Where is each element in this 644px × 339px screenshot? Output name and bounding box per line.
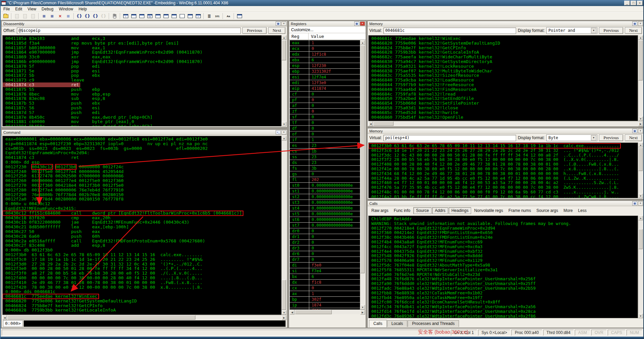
code-line: 0012f420 78 00 38 00 e0 f5 12 00-00 00 0…: [3, 285, 202, 290]
offset-input[interactable]: @$scopeip: [17, 27, 241, 34]
tab-processes-and-threads[interactable]: Processes and Threads: [408, 320, 459, 327]
tab-calls[interactable]: Calls: [369, 320, 387, 327]
insert-breakpoint-button[interactable]: ≡: [40, 13, 48, 19]
assembly-mode-button[interactable]: 101: [214, 13, 221, 19]
menu-item-debug[interactable]: Debug: [39, 6, 56, 12]
panel-dock-icon[interactable]: >_: [276, 130, 281, 134]
memory2-content: 0012f3b0 63 61 6c 63 2e 65 78 65 09 10 1…: [368, 143, 638, 198]
previous-button[interactable]: Previous: [599, 134, 623, 141]
step-into-button[interactable]: {}: [76, 13, 83, 19]
source-mode-on-button[interactable]: ≣: [205, 13, 213, 19]
registers-window-button[interactable]: 0x: [146, 13, 153, 19]
menu-item-file[interactable]: File: [1, 6, 12, 12]
calls-option-addrs[interactable]: Addrs: [432, 207, 448, 214]
calls-option-headings[interactable]: Headings: [449, 207, 471, 214]
options-button[interactable]: [236, 13, 243, 19]
calls-option-raw-args[interactable]: Raw args: [369, 208, 391, 214]
menu-item-help[interactable]: Help: [76, 6, 90, 12]
calls-window-button[interactable]: [162, 13, 170, 19]
panel-close-icon[interactable]: ×: [360, 21, 365, 26]
display-format-select[interactable]: Pointer and ▼: [546, 27, 597, 34]
locals-window-button[interactable]: [138, 13, 145, 19]
virtual-address-input[interactable]: poi(esp+4): [383, 135, 516, 141]
go-button[interactable]: [111, 13, 118, 19]
register-name: dr3: [290, 245, 309, 251]
memory1-scrollbar-horizontal[interactable]: ◀ ▶: [368, 121, 643, 126]
panel-close-icon[interactable]: ×: [638, 21, 643, 26]
calls-scrollbar-vertical[interactable]: ▲ ▼: [638, 216, 643, 318]
register-name: ebp: [290, 69, 309, 74]
panel-close-icon[interactable]: ×: [638, 201, 643, 206]
panel-dock-icon[interactable]: ▦: [354, 21, 359, 26]
register-value: 0: [309, 103, 360, 108]
open-workspace-button[interactable]: [2, 13, 9, 19]
calls-option-source[interactable]: Source: [413, 207, 431, 214]
previous-button[interactable]: Previous: [242, 27, 267, 34]
code-line: EqnEdt32!EqnFrameWinProc+0x2d94:: [3, 151, 89, 155]
minimize-button[interactable]: _: [624, 1, 630, 5]
close-button[interactable]: ×: [637, 1, 643, 5]
panel-close-icon[interactable]: ×: [281, 21, 286, 26]
next-button[interactable]: Next: [625, 27, 642, 34]
code-line: 00466858 775a03d1 kernel32!lclose: [369, 106, 458, 110]
registers-window-icon: 0x: [147, 14, 152, 18]
panel-close-icon[interactable]: ×: [281, 130, 286, 134]
registers-panel-title: Registers: [291, 22, 306, 26]
display-format-select[interactable]: Byte ▼: [546, 134, 597, 141]
font-button[interactable]: Aa: [225, 13, 232, 19]
previous-button[interactable]: Previous: [599, 27, 623, 34]
command-input[interactable]: [24, 320, 286, 327]
tab-locals[interactable]: Locals: [387, 320, 408, 327]
toggle-breakpoint-button[interactable]: ≡: [64, 13, 72, 19]
menu-item-view[interactable]: View: [25, 6, 39, 12]
panel-dock-icon[interactable]: ▦: [632, 21, 637, 26]
calls-panel-titlebar: Calls ▦ ×: [368, 201, 644, 206]
next-button[interactable]: Next: [268, 27, 285, 34]
panel-dock-icon[interactable]: ▦: [632, 201, 637, 206]
code-line: 0012f3f0 a8 2f 28 00 b5 58 eb 76-b8 30 2…: [3, 271, 202, 276]
register-name: af: [290, 103, 309, 108]
calls-option-less[interactable]: Less: [576, 208, 589, 214]
register-value: 0: [309, 114, 360, 120]
register-value: 0: [309, 285, 360, 291]
disassembly-window-button[interactable]: [170, 13, 178, 19]
command-window-button[interactable]: >: [122, 13, 129, 19]
memory2-scrollbar-vertical[interactable]: ▲ ▼: [638, 143, 643, 198]
panel-dock-icon[interactable]: ▦: [632, 129, 637, 133]
step-over-button[interactable]: {}: [84, 13, 91, 19]
registers-scrollbar-horizontal[interactable]: ◀ ▶: [290, 309, 365, 314]
command-scrollbar-horizontal[interactable]: ◀ ▶: [2, 315, 286, 320]
memory-window-icon: [155, 14, 160, 18]
memory-window-button[interactable]: [154, 13, 162, 19]
disassembly-scrollbar-vertical[interactable]: ▲ ▼: [281, 35, 286, 126]
code-line: 0041185a 83e103 and ecx,3: [3, 36, 105, 41]
source-window-button[interactable]: [186, 13, 194, 19]
customize-button[interactable]: Customize...: [289, 26, 366, 33]
code-line: 0012f260 00000006 0012f7e4 0012f5e0 0012…: [3, 178, 124, 183]
calls-option-func-info[interactable]: Func info: [392, 208, 413, 214]
calls-option-source-args[interactable]: Source args: [534, 208, 561, 214]
command-scrollbar-vertical[interactable]: ▲ ▼: [281, 136, 286, 315]
calls-option-more[interactable]: More: [561, 208, 575, 214]
scratch-pad-button[interactable]: [178, 13, 186, 19]
code-line: 0012f3f2 28 00 b5 58 eb 76 b8 30 28 00 e…: [369, 157, 619, 162]
virtual-address-input[interactable]: 0046681c: [383, 27, 516, 34]
register-name: fs: [290, 166, 309, 171]
register-row-st7: st70.00000000000000e: [290, 223, 360, 228]
remove-breakpoints-button[interactable]: ×: [56, 13, 64, 19]
step-out-button[interactable]: {}: [92, 13, 99, 19]
next-button[interactable]: Next: [625, 134, 642, 141]
watch-window-button[interactable]: [130, 13, 137, 19]
memory1-scrollbar-vertical[interactable]: ▲ ▼: [638, 35, 643, 121]
calls-option-frame-nums[interactable]: Frame nums: [506, 208, 533, 214]
maximize-button[interactable]: □: [631, 1, 636, 5]
panel-close-icon[interactable]: ×: [638, 129, 643, 133]
calls-option-nonvolatile-regs[interactable]: Nonvolatile regs: [472, 208, 505, 214]
menu-item-window[interactable]: Window: [56, 6, 76, 12]
panel-dock-icon[interactable]: ▦: [276, 21, 281, 26]
registers-scrollbar-vertical[interactable]: ▲ ▼: [360, 40, 365, 309]
menu-item-edit[interactable]: Edit: [12, 6, 25, 12]
command-browser-button[interactable]: >: [194, 13, 202, 19]
code-line: 0012fadc 76e88a43 ole32!WdtpInterfacePoi…: [369, 286, 536, 291]
disable-breakpoint-button[interactable]: ≡: [48, 13, 56, 19]
